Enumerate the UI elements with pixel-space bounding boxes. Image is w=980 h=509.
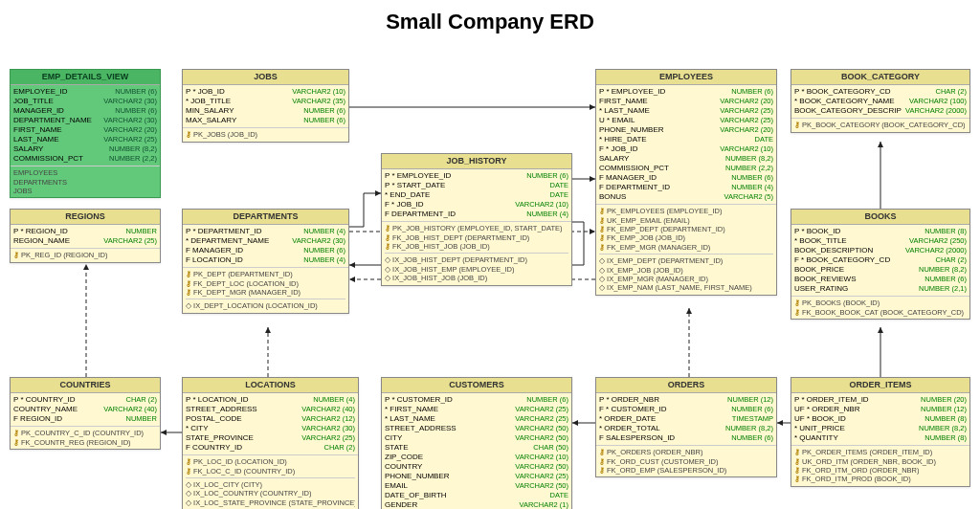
column-row: P * COUNTRY_IDCHAR (2)	[13, 395, 157, 405]
column-row: JOB_TITLEVARCHAR2 (30)	[13, 97, 157, 106]
entity-keys: ⚷PK_COUNTRY_C_ID (COUNTRY_ID)⚷FK_COUNTR_…	[11, 427, 160, 449]
entity-books[interactable]: BOOKSP * BOOK_IDNUMBER (8)* BOOK_TITLEVA…	[791, 209, 970, 320]
entity-employees[interactable]: EMPLOYEESP * EMPLOYEE_IDNUMBER (6) FIRST…	[595, 69, 777, 296]
column-row: COMMISSION_PCTNUMBER (2,2)	[599, 164, 773, 173]
column-row: F * CUSTOMER_IDNUMBER (6)	[599, 405, 773, 414]
entity-keys: EMPLOYEESDEPARTMENTSJOBS	[11, 166, 160, 197]
column-row: P * ORDER_ITEM_IDNUMBER (20)	[794, 395, 967, 405]
column-row: PHONE_NUMBERVARCHAR2 (25)	[385, 472, 568, 481]
column-row: ZIP_CODEVARCHAR2 (10)	[385, 453, 568, 462]
column-row: * JOB_TITLEVARCHAR2 (35)	[186, 97, 345, 106]
entity-header: EMP_DETAILS_VIEW	[11, 70, 160, 85]
entity-keys: ⚷PK_JOBS (JOB_ID)	[183, 128, 348, 141]
column-row: PHONE_NUMBERVARCHAR2 (20)	[599, 125, 773, 135]
column-row: * END_DATEDATE	[385, 190, 568, 200]
entity-header: LOCATIONS	[183, 378, 358, 393]
column-row: P * DEPARTMENT_IDNUMBER (4)	[186, 227, 345, 236]
entity-columns: P * DEPARTMENT_IDNUMBER (4)* DEPARTMENT_…	[183, 225, 348, 268]
entity-columns: P * EMPLOYEE_IDNUMBER (6)P * START_DATED…	[382, 169, 571, 222]
diagram-title: Small Company ERD	[0, 0, 980, 40]
entity-departments[interactable]: DEPARTMENTSP * DEPARTMENT_IDNUMBER (4)* …	[182, 209, 349, 314]
column-row: F MANAGER_IDNUMBER (6)	[186, 246, 345, 255]
column-row: F MANAGER_IDNUMBER (6)	[599, 173, 773, 183]
entity-book_category[interactable]: BOOK_CATEGORYP * BOOK_CATEGORY_CDCHAR (2…	[791, 69, 970, 133]
column-row: * QUANTITYNUMBER (8)	[794, 433, 967, 443]
column-row: P * BOOK_CATEGORY_CDCHAR (2)	[794, 87, 967, 97]
entity-keys: ⚷PK_EMPLOYEES (EMPLOYEE_ID)⚷UK_EMP_EMAIL…	[596, 205, 776, 294]
column-row: STATECHAR (50)	[385, 443, 568, 453]
column-row: P * CUSTOMER_IDNUMBER (6)	[385, 395, 568, 405]
column-row: P * REGION_IDNUMBER	[13, 227, 157, 236]
column-row: BONUSVARCHAR2 (5)	[599, 192, 773, 202]
entity-columns: P * ORDER_ITEM_IDNUMBER (20)UF * ORDER_N…	[791, 393, 969, 446]
entity-emp_details_view[interactable]: EMP_DETAILS_VIEWEMPLOYEE_IDNUMBER (6)JOB…	[10, 69, 161, 198]
column-row: BOOK_REVIEWSNUMBER (6)	[794, 275, 967, 284]
column-row: POSTAL_CODEVARCHAR2 (12)	[186, 414, 355, 424]
column-row: P * LOCATION_IDNUMBER (4)	[186, 395, 355, 405]
column-row: MIN_SALARYNUMBER (6)	[186, 106, 345, 116]
column-row: P * EMPLOYEE_IDNUMBER (6)	[385, 171, 568, 181]
entity-header: ORDERS	[596, 378, 776, 393]
column-row: COUNTRYVARCHAR2 (50)	[385, 462, 568, 472]
column-row: * BOOK_CATEGORY_NAMEVARCHAR2 (100)	[794, 97, 967, 106]
entity-keys: ⚷PK_BOOKS (BOOK_ID)⚷FK_BOOK_BOOK_CAT (BO…	[791, 297, 969, 319]
column-row: F REGION_IDNUMBER	[13, 414, 157, 424]
entity-columns: P * CUSTOMER_IDNUMBER (6)* FIRST_NAMEVAR…	[382, 393, 571, 509]
entity-orders[interactable]: ORDERSP * ORDER_NBRNUMBER (12)F * CUSTOM…	[595, 377, 777, 477]
entity-regions[interactable]: REGIONSP * REGION_IDNUMBER REGION_NAMEVA…	[10, 209, 161, 263]
column-row: MAX_SALARYNUMBER (6)	[186, 116, 345, 125]
column-row: F * JOB_IDVARCHAR2 (10)	[385, 200, 568, 210]
entity-keys: ⚷PK_REG_ID (REGION_ID)	[11, 249, 160, 261]
column-row: UF * ORDER_NBRNUMBER (12)	[794, 405, 967, 414]
column-row: * CITYVARCHAR2 (30)	[186, 424, 355, 433]
entity-columns: P * COUNTRY_IDCHAR (2) COUNTRY_NAMEVARCH…	[11, 393, 160, 427]
entity-header: ORDER_ITEMS	[791, 378, 969, 393]
column-row: FIRST_NAMEVARCHAR2 (20)	[13, 125, 157, 135]
column-row: STREET_ADDRESSVARCHAR2 (40)	[186, 405, 355, 414]
column-row: F LOCATION_IDNUMBER (4)	[186, 255, 345, 265]
column-row: BOOK_CATEGORY_DESCRIPTIONVARCHAR2 (2000)	[794, 106, 967, 116]
column-row: MANAGER_IDNUMBER (6)	[13, 106, 157, 116]
column-row: P * ORDER_NBRNUMBER (12)	[599, 395, 773, 405]
column-row: P * BOOK_IDNUMBER (8)	[794, 227, 967, 236]
column-row: STREET_ADDRESSVARCHAR2 (50)	[385, 424, 568, 433]
column-row: * ORDER_TOTALNUMBER (8,2)	[599, 424, 773, 433]
column-row: SALARYNUMBER (8,2)	[599, 154, 773, 164]
column-row: DEPARTMENT_NAMEVARCHAR2 (30)	[13, 116, 157, 125]
entity-locations[interactable]: LOCATIONSP * LOCATION_IDNUMBER (4) STREE…	[182, 377, 359, 509]
entity-header: DEPARTMENTS	[183, 210, 348, 225]
entity-customers[interactable]: CUSTOMERSP * CUSTOMER_IDNUMBER (6)* FIRS…	[381, 377, 572, 509]
column-row: SALARYNUMBER (8,2)	[13, 144, 157, 154]
entity-columns: P * ORDER_NBRNUMBER (12)F * CUSTOMER_IDN…	[596, 393, 776, 446]
entity-columns: P * LOCATION_IDNUMBER (4) STREET_ADDRESS…	[183, 393, 358, 455]
column-row: * LAST_NAMEVARCHAR2 (25)	[599, 106, 773, 116]
entity-columns: P * EMPLOYEE_IDNUMBER (6) FIRST_NAMEVARC…	[596, 85, 776, 205]
entity-columns: P * JOB_IDVARCHAR2 (10)* JOB_TITLEVARCHA…	[183, 85, 348, 128]
diagram-canvas: EMP_DETAILS_VIEWEMPLOYEE_IDNUMBER (6)JOB…	[0, 40, 980, 509]
column-row: BOOK_DESCRIPTIONVARCHAR2 (2000)	[794, 246, 967, 255]
entity-keys: ⚷PK_ORDERS (ORDER_NBR)⚷FK_ORD_CUST (CUST…	[596, 446, 776, 476]
column-row: F COUNTRY_IDCHAR (2)	[186, 443, 355, 453]
entity-columns: P * BOOK_IDNUMBER (8)* BOOK_TITLEVARCHAR…	[791, 225, 969, 297]
column-row: STATE_PROVINCEVARCHAR2 (25)	[186, 433, 355, 443]
column-row: COUNTRY_NAMEVARCHAR2 (40)	[13, 405, 157, 414]
column-row: * DEPARTMENT_NAMEVARCHAR2 (30)	[186, 236, 345, 246]
column-row: U * EMAILVARCHAR2 (25)	[599, 116, 773, 125]
column-row: EMAILVARCHAR2 (50)	[385, 481, 568, 491]
entity-columns: P * REGION_IDNUMBER REGION_NAMEVARCHAR2 …	[11, 225, 160, 249]
entity-keys: ⚷PK_JOB_HISTORY (EMPLOYEE_ID, START_DATE…	[382, 222, 571, 284]
entity-header: JOBS	[183, 70, 348, 85]
column-row: * ORDER_DATETIMESTAMP	[599, 414, 773, 424]
entity-header: CUSTOMERS	[382, 378, 571, 393]
entity-job_history[interactable]: JOB_HISTORYP * EMPLOYEE_IDNUMBER (6)P * …	[381, 153, 572, 286]
column-row: P * START_DATEDATE	[385, 181, 568, 190]
column-row: UF * BOOK_IDNUMBER (8)	[794, 414, 967, 424]
entity-jobs[interactable]: JOBSP * JOB_IDVARCHAR2 (10)* JOB_TITLEVA…	[182, 69, 349, 143]
entity-header: JOB_HISTORY	[382, 154, 571, 169]
entity-order_items[interactable]: ORDER_ITEMSP * ORDER_ITEM_IDNUMBER (20)U…	[791, 377, 970, 487]
column-row: BOOK_PRICENUMBER (8,2)	[794, 265, 967, 275]
entity-countries[interactable]: COUNTRIESP * COUNTRY_IDCHAR (2) COUNTRY_…	[10, 377, 161, 450]
column-row: P * JOB_IDVARCHAR2 (10)	[186, 87, 345, 97]
column-row: * UNIT_PRICENUMBER (8,2)	[794, 424, 967, 433]
column-row: EMPLOYEE_IDNUMBER (6)	[13, 87, 157, 97]
